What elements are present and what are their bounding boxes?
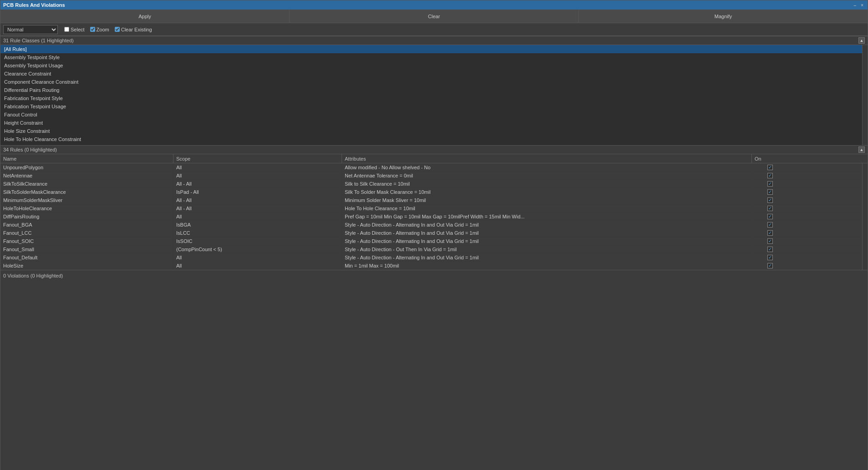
check-icon[interactable]: ✓: [767, 165, 773, 170]
check-icon[interactable]: ✓: [767, 230, 773, 236]
magnify-button[interactable]: Magnify: [579, 10, 868, 23]
cell-on: ✓: [752, 229, 788, 237]
cell-attributes: Style - Auto Direction - Alternating In …: [342, 253, 752, 261]
cell-on: ✓: [752, 237, 788, 245]
check-icon[interactable]: ✓: [767, 206, 773, 211]
col-scope: Scope: [174, 154, 342, 163]
clear-button[interactable]: Clear: [290, 10, 579, 23]
check-icon[interactable]: ✓: [767, 255, 773, 260]
check-icon[interactable]: ✓: [767, 214, 773, 219]
col-name: Name: [0, 154, 174, 163]
cell-on: ✓: [752, 196, 788, 204]
rules-table-wrapper: UnpouredPolygonAllAllow modified - No Al…: [0, 163, 868, 270]
cell-on: ✓: [752, 204, 788, 212]
rule-class-item[interactable]: Hole Size Constraint: [0, 127, 862, 135]
minimize-button[interactable]: –: [853, 3, 858, 8]
select-checkbox[interactable]: [64, 27, 69, 32]
cell-name: NetAntennae: [0, 172, 174, 179]
rule-class-item[interactable]: Hole To Hole Clearance Constraint: [0, 135, 862, 143]
clear-existing-checkbox[interactable]: [115, 27, 120, 32]
cell-on: ✓: [752, 253, 788, 261]
cell-attributes: Min = 1mil Max = 100mil: [342, 262, 752, 269]
cell-on: ✓: [752, 212, 788, 220]
col-on: On: [752, 154, 788, 163]
cell-name: UnpouredPolygon: [0, 163, 174, 171]
main-window: PCB Rules And Violations – × Apply Clear…: [0, 0, 868, 470]
cell-attributes: Style - Auto Direction - Alternating In …: [342, 229, 752, 237]
select-checkbox-label[interactable]: Select: [64, 27, 85, 32]
cell-attributes: Silk to Silk Clearance = 10mil: [342, 180, 752, 187]
rules-table-scroll[interactable]: UnpouredPolygonAllAllow modified - No Al…: [0, 163, 862, 270]
cell-on: ✓: [752, 262, 788, 269]
zoom-checkbox[interactable]: [90, 27, 95, 32]
cell-scope: All: [174, 262, 342, 269]
toolbar: Apply Clear Magnify: [0, 10, 868, 23]
rule-class-item[interactable]: Differential Pairs Routing: [0, 86, 862, 94]
cell-attributes: Style - Auto Direction - Alternating In …: [342, 221, 752, 228]
rule-classes-controls: ▲: [858, 37, 865, 44]
table-row[interactable]: Fanout_DefaultAllStyle - Auto Direction …: [0, 253, 862, 262]
clear-existing-checkbox-label[interactable]: Clear Existing: [115, 27, 152, 32]
rule-class-item[interactable]: [All Rules]: [0, 45, 862, 53]
rule-classes-title: 31 Rule Classes (1 Highlighted): [3, 38, 74, 43]
check-icon[interactable]: ✓: [767, 189, 773, 195]
check-icon[interactable]: ✓: [767, 181, 773, 187]
cell-scope: All - All: [174, 180, 342, 187]
check-icon[interactable]: ✓: [767, 222, 773, 227]
table-row[interactable]: HoleToHoleClearanceAll - AllHole To Hole…: [0, 204, 862, 212]
cell-name: HoleToHoleClearance: [0, 204, 174, 212]
rule-classes-wrapper: [All Rules]Assembly Testpoint StyleAssem…: [0, 45, 868, 145]
check-icon[interactable]: ✓: [767, 247, 773, 252]
rule-class-item[interactable]: Fabrication Testpoint Usage: [0, 102, 862, 111]
cell-attributes: Allow modified - No Allow shelved - No: [342, 163, 752, 171]
cell-scope: IsBGA: [174, 221, 342, 228]
cell-attributes: Pref Gap = 10mil Min Gap = 10mil Max Gap…: [342, 212, 752, 220]
table-row[interactable]: HoleSizeAllMin = 1mil Max = 100mil✓: [0, 262, 862, 270]
rule-class-item[interactable]: Clearance Constraint: [0, 70, 862, 78]
check-icon[interactable]: ✓: [767, 173, 773, 178]
rules-scrollbar[interactable]: [862, 163, 868, 270]
table-row[interactable]: Fanout_LCCIsLCCStyle - Auto Direction - …: [0, 229, 862, 237]
table-row[interactable]: UnpouredPolygonAllAllow modified - No Al…: [0, 163, 862, 172]
cell-scope: All - All: [174, 196, 342, 204]
close-button[interactable]: ×: [859, 3, 865, 8]
title-bar-controls: – ×: [853, 3, 865, 8]
rule-classes-list: [All Rules]Assembly Testpoint StyleAssem…: [0, 45, 862, 145]
table-row[interactable]: SilkToSolderMaskClearanceIsPad - AllSilk…: [0, 188, 862, 196]
table-row[interactable]: DiffPairsRoutingAllPref Gap = 10mil Min …: [0, 212, 862, 221]
mode-select[interactable]: Normal: [3, 25, 58, 34]
cell-name: Fanout_LCC: [0, 229, 174, 237]
checkbox-group: Select Zoom Clear Existing: [64, 27, 152, 32]
apply-button[interactable]: Apply: [0, 10, 290, 23]
cell-name: SilkToSilkClearance: [0, 180, 174, 187]
col-attributes: Attributes: [342, 154, 752, 163]
rules-section-header: 34 Rules (0 Highlighted) ▲: [0, 145, 868, 154]
rule-class-item[interactable]: Assembly Testpoint Usage: [0, 61, 862, 70]
table-row[interactable]: SilkToSilkClearanceAll - AllSilk to Silk…: [0, 180, 862, 188]
cell-name: Fanout_Default: [0, 253, 174, 261]
rule-classes-scrollbar[interactable]: [862, 45, 868, 145]
table-row[interactable]: Fanout_BGAIsBGAStyle - Auto Direction - …: [0, 221, 862, 229]
cell-scope: All - All: [174, 204, 342, 212]
table-row[interactable]: Fanout_Small(CompPinCount < 5)Style - Au…: [0, 245, 862, 253]
cell-scope: IsPad - All: [174, 188, 342, 196]
rule-class-item[interactable]: Component Clearance Constraint: [0, 78, 862, 86]
rule-class-item[interactable]: Fanout Control: [0, 111, 862, 119]
cell-name: Fanout_Small: [0, 245, 174, 253]
rule-class-item[interactable]: Fabrication Testpoint Style: [0, 94, 862, 102]
rules-collapse-btn[interactable]: ▲: [858, 147, 865, 153]
rules-table-body: UnpouredPolygonAllAllow modified - No Al…: [0, 163, 862, 270]
rules-table-header: Name Scope Attributes On: [0, 154, 868, 163]
table-row[interactable]: MinimumSolderMaskSliverAll - AllMinimum …: [0, 196, 862, 204]
check-icon[interactable]: ✓: [767, 263, 773, 268]
check-icon[interactable]: ✓: [767, 238, 773, 244]
rule-class-item[interactable]: Assembly Testpoint Style: [0, 53, 862, 61]
table-row[interactable]: Fanout_SOICIsSOICStyle - Auto Direction …: [0, 237, 862, 245]
rule-classes-collapse-btn[interactable]: ▲: [858, 37, 865, 44]
table-row[interactable]: NetAntennaeAllNet Antennae Tolerance = 0…: [0, 172, 862, 180]
cell-scope: All: [174, 172, 342, 179]
check-icon[interactable]: ✓: [767, 197, 773, 203]
rule-class-item[interactable]: Height Constraint: [0, 119, 862, 127]
zoom-checkbox-label[interactable]: Zoom: [90, 27, 109, 32]
cell-scope: (CompPinCount < 5): [174, 245, 342, 253]
